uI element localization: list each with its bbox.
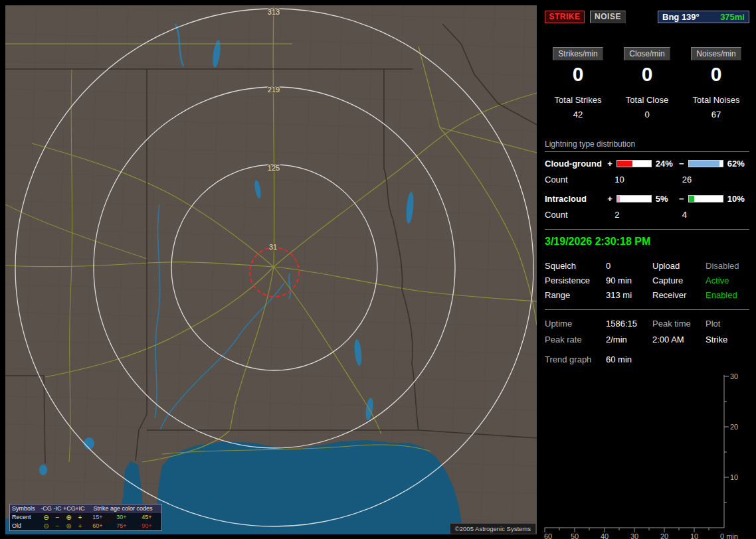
cg-positive-count: 10	[614, 175, 682, 185]
minus-sign: −	[678, 159, 686, 169]
noise-button[interactable]: NOISE	[590, 11, 626, 23]
map-canvas: 313 219 125 31	[5, 5, 537, 534]
ic-positive-bar	[616, 195, 652, 202]
pos-ic-header: +IC	[74, 504, 86, 513]
close-per-min-button[interactable]: Close/min	[624, 47, 670, 60]
trend-graph-row: Trend graph 60 min	[545, 354, 749, 364]
close-per-min-value: 0	[613, 64, 682, 84]
receiver-label: Receiver	[652, 290, 706, 300]
upload-state: Disabled	[706, 261, 749, 271]
y-tick-10: 10	[730, 473, 738, 481]
cg-positive-fill	[617, 161, 632, 167]
total-close-value: 0	[613, 110, 682, 119]
age-90: 90+	[134, 522, 160, 530]
receiver-state: Enabled	[706, 290, 749, 300]
uptime-label: Uptime	[545, 319, 606, 329]
recent-neg-ic-icon: −	[52, 513, 63, 522]
strikes-per-min-value: 0	[543, 64, 613, 84]
minus-sign: −	[678, 194, 686, 204]
legend-old-row: Old ⊖ − ⊕ + 60+ 75+ 90+	[10, 522, 161, 530]
lightning-map[interactable]: 313 219 125 31 Symbols -CG -IC +CG +IC S…	[5, 5, 537, 534]
bearing-range: 375mi	[720, 12, 745, 22]
distribution-header: Lightning type distribution	[545, 139, 749, 152]
age-30: 30+	[110, 513, 134, 522]
age-codes-header: Strike age color codes	[86, 504, 160, 513]
x-tick-40: 40	[601, 532, 609, 539]
ic-negative-fill	[689, 196, 694, 202]
old-neg-cg-icon: ⊖	[41, 522, 52, 530]
capture-label: Capture	[652, 275, 706, 285]
plot-label: Plot	[706, 319, 749, 329]
total-strikes-value: 42	[543, 110, 613, 119]
settings-table: Squelch 0 Upload Disabled Persistence 90…	[545, 261, 749, 300]
y-tick-30: 30	[730, 372, 738, 380]
ring-label-125: 125	[268, 164, 280, 172]
cloud-ground-row: Cloud-ground + 24% − 62%	[545, 159, 749, 169]
x-tick-60: 60	[544, 532, 552, 539]
old-pos-cg-icon: ⊕	[63, 522, 74, 530]
upload-label: Upload	[652, 261, 706, 271]
y-tick-20: 20	[730, 423, 738, 431]
recent-pos-cg-icon: ⊕	[63, 513, 74, 522]
intracloud-row: Intracloud + 5% − 10%	[545, 194, 749, 204]
strikes-stat-column: Strikes/min 0 Total Strikes 42	[543, 47, 613, 119]
x-tick-10: 10	[690, 532, 698, 539]
clock-display: 3/19/2026 2:30:18 PM	[545, 236, 749, 248]
map-legend: Symbols -CG -IC +CG +IC Strike age color…	[9, 504, 162, 531]
bearing-indicator: Bng 139° 375mi	[658, 11, 749, 23]
ic-negative-count: 4	[682, 210, 749, 220]
ic-negative-bar	[688, 195, 723, 202]
total-close-label: Total Close	[613, 95, 682, 105]
ic-positive-pct: 5%	[654, 194, 678, 204]
x-tick-30: 30	[630, 532, 638, 539]
strikes-per-min-button[interactable]: Strikes/min	[553, 47, 603, 60]
x-tick-20: 20	[660, 532, 668, 539]
neg-ic-header: -IC	[52, 504, 63, 513]
old-neg-ic-icon: −	[52, 522, 63, 530]
peak-time-value: 2:00 AM	[652, 335, 706, 345]
peak-rate-value: 2/min	[606, 335, 652, 345]
recent-neg-cg-icon: ⊖	[41, 513, 52, 522]
plot-value: Strike	[706, 335, 749, 345]
trend-graph: 30 20 10 60 50 40 30 20 10 0 min	[543, 368, 751, 539]
cg-positive-pct: 24%	[654, 159, 678, 169]
squelch-value: 0	[606, 261, 652, 271]
age-60: 60+	[86, 522, 110, 530]
origin-label: 0 min	[720, 532, 738, 539]
cloud-ground-label: Cloud-ground	[545, 159, 606, 169]
close-stat-column: Close/min 0 Total Close 0	[613, 47, 682, 119]
ic-negative-pct: 10%	[726, 194, 749, 204]
cg-count-label: Count	[545, 175, 614, 185]
divider	[545, 229, 749, 230]
ring-label-313: 313	[268, 8, 280, 16]
intracloud-label: Intracloud	[545, 194, 606, 204]
intracloud-count-row: Count 2 4	[545, 210, 749, 220]
control-panel: STRIKE NOISE Bng 139° 375mi Strikes/min …	[543, 5, 751, 534]
age-15: 15+	[86, 513, 110, 522]
legend-symbols-header: Symbols	[10, 504, 41, 513]
noises-per-min-button[interactable]: Noises/min	[691, 47, 741, 60]
app-window: 313 219 125 31 Symbols -CG -IC +CG +IC S…	[0, 0, 756, 539]
recent-pos-ic-icon: +	[74, 513, 86, 522]
x-tick-50: 50	[571, 532, 579, 539]
strike-button[interactable]: STRIKE	[545, 11, 585, 23]
range-value: 313 mi	[606, 290, 652, 300]
trend-graph-label: Trend graph	[545, 354, 606, 364]
trend-window-value: 60 min	[606, 354, 749, 364]
capture-state: Active	[706, 275, 749, 285]
age-45: 45+	[134, 513, 160, 522]
cg-negative-bar	[688, 160, 723, 167]
rate-stats: Strikes/min 0 Total Strikes 42 Close/min…	[543, 47, 751, 119]
total-strikes-label: Total Strikes	[543, 95, 613, 105]
copyright-label: ©2005 Astrogenic Systems	[450, 523, 536, 534]
ring-label-31: 31	[269, 243, 277, 251]
plus-sign: +	[606, 159, 614, 169]
legend-recent-row: Recent ⊖ − ⊕ + 15+ 30+ 45+	[10, 513, 161, 522]
divider	[545, 309, 749, 310]
peak-rate-label: Peak rate	[545, 335, 606, 345]
range-label: Range	[545, 290, 606, 300]
bearing-label: Bng 139°	[662, 12, 700, 22]
age-75: 75+	[110, 522, 134, 530]
status-table: Uptime 1586:15 Peak time Plot Peak rate …	[545, 319, 749, 345]
cg-negative-pct: 62%	[726, 159, 749, 169]
